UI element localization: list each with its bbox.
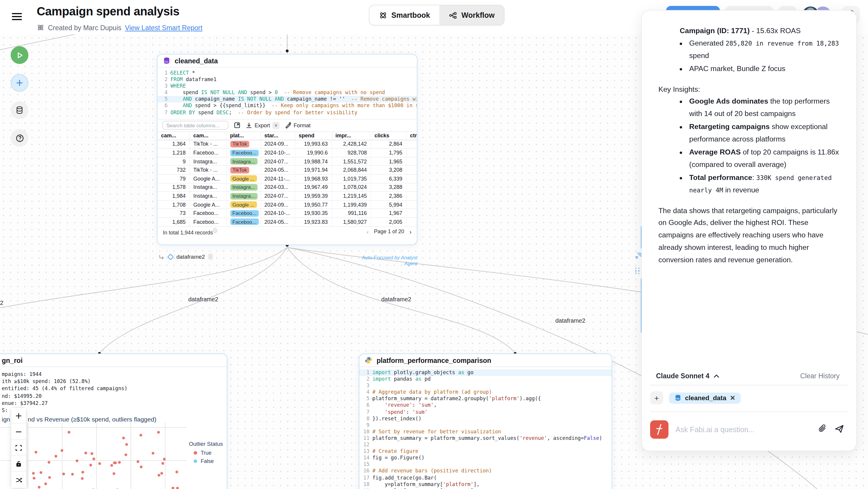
smart-report-link[interactable]: View Latest Smart Report bbox=[125, 24, 203, 31]
fit-view-button[interactable] bbox=[11, 440, 26, 456]
table-row[interactable]: 732TikTok - ...TikTok2024-05...19,971.94… bbox=[157, 166, 417, 174]
hamburger-menu-icon[interactable] bbox=[12, 13, 22, 20]
table-cell: Faceboo... bbox=[226, 218, 260, 226]
table-row[interactable]: 1,578Instagra...Instagra...2024-03...19,… bbox=[157, 183, 417, 191]
run-workflow-button[interactable] bbox=[11, 46, 28, 64]
code-line[interactable]: 6 AND spend > {{spend_limit}} -- Keep on… bbox=[157, 103, 417, 109]
table-cell: 1,708 bbox=[157, 201, 189, 209]
node-campaign-roi[interactable]: gn_roi mpaigns: 1944 ith ≥$10k spend: 10… bbox=[0, 354, 227, 489]
panel-drag-handle[interactable] bbox=[635, 268, 640, 274]
node-platform-performance-comparison[interactable]: platform_performance_comparison 1import … bbox=[359, 354, 612, 489]
code-line[interactable]: 4 spend IS NOT NULL AND spend > 0 -- Rem… bbox=[157, 90, 417, 96]
prev-page-button[interactable]: ‹ bbox=[367, 228, 369, 235]
zoom-out-button[interactable] bbox=[11, 424, 26, 440]
column-header[interactable]: spend bbox=[295, 131, 332, 140]
format-button[interactable]: Format bbox=[285, 122, 311, 128]
attach-file-button[interactable] bbox=[818, 424, 827, 435]
add-context-button[interactable]: + bbox=[650, 391, 663, 404]
result-table[interactable]: cam...cam...plat...star...spendimpr...cl… bbox=[157, 131, 417, 226]
table-row[interactable]: 1,364TikTok - ...TikTok2024-09...19,993.… bbox=[157, 140, 417, 148]
code-line[interactable]: 18 y=platform_summary['platform'], bbox=[360, 481, 612, 488]
table-row[interactable]: 1,984Instagra...Instagra...2024-07...19,… bbox=[157, 191, 417, 200]
code-line[interactable]: 4# Aggregate data by platform (ad group) bbox=[360, 389, 612, 396]
line-number: 5 bbox=[157, 96, 170, 103]
view-tabs: Smartbook Workflow bbox=[369, 5, 505, 26]
code-line[interactable]: 15 bbox=[360, 461, 612, 468]
tab-smartbook[interactable]: Smartbook bbox=[369, 5, 440, 25]
table-row[interactable]: 1,708Google A...Google ...2024-09...19,9… bbox=[157, 201, 417, 209]
tab-workflow[interactable]: Workflow bbox=[440, 5, 504, 25]
zoom-in-button[interactable] bbox=[11, 408, 26, 424]
expand-table-button[interactable] bbox=[234, 122, 240, 128]
legend-item-false[interactable]: False bbox=[189, 458, 223, 464]
model-selector[interactable]: Claude Sonnet 4 bbox=[656, 372, 719, 379]
shuffle-layout-button[interactable] bbox=[11, 472, 26, 488]
search-table-columns-input[interactable] bbox=[162, 121, 228, 130]
column-header[interactable]: star... bbox=[260, 131, 295, 140]
table-cell bbox=[406, 191, 417, 200]
table-cell: 2024-11-... bbox=[260, 174, 295, 183]
roi-node-header[interactable]: gn_roi bbox=[1, 354, 227, 367]
next-page-button[interactable]: › bbox=[409, 228, 411, 235]
code-line[interactable]: 12 bbox=[360, 441, 612, 448]
chat-bullet: Google Ads dominates the top performers … bbox=[688, 96, 840, 120]
code-line[interactable]: 3WHERE bbox=[157, 83, 417, 89]
table-row[interactable]: 79Google A...Google ...2024-11-...19,968… bbox=[157, 174, 417, 183]
export-chevron-icon[interactable]: ∨ bbox=[272, 122, 279, 129]
table-row[interactable]: 1,685Faceboo...Faceboo...2024-05...19,92… bbox=[157, 218, 417, 226]
help-button[interactable] bbox=[11, 129, 28, 147]
lock-canvas-button[interactable] bbox=[11, 456, 26, 472]
send-button[interactable] bbox=[834, 424, 844, 435]
column-header[interactable]: plat... bbox=[226, 131, 260, 140]
table-row[interactable]: 73Faceboo...Faceboo...2024-10-...19,930.… bbox=[157, 209, 417, 218]
code-line[interactable]: 19 x=platform_summary['revenue'], bbox=[360, 488, 612, 489]
code-line[interactable]: 5∨platform_summary = dataframe2.groupby(… bbox=[360, 396, 612, 402]
table-row[interactable]: 9Instagra...Instagra...2024-07...19,988.… bbox=[157, 157, 417, 166]
code-line[interactable]: 13# Create figure bbox=[360, 448, 612, 455]
pin-panel-icon[interactable] bbox=[635, 251, 643, 262]
code-line[interactable]: 9 bbox=[360, 422, 612, 429]
legend-dot-true bbox=[194, 451, 197, 455]
code-line[interactable]: 11platform_summary = platform_summary.so… bbox=[360, 435, 612, 441]
context-chip-cleaned-data[interactable]: SQL cleaned_data ✕ bbox=[669, 392, 741, 403]
chat-question-input[interactable] bbox=[676, 425, 811, 434]
node-cleaned-data[interactable]: SQL cleaned_data 1∨SELECT *2FROM datafra… bbox=[157, 54, 417, 245]
column-header[interactable]: impr... bbox=[332, 131, 371, 140]
code-line[interactable]: 7 'spend': 'sum' bbox=[360, 409, 612, 415]
legend-item-true[interactable]: True bbox=[189, 450, 223, 456]
code-line[interactable]: 1∨SELECT * bbox=[157, 70, 417, 77]
column-header[interactable]: cam... bbox=[189, 131, 226, 140]
chat-message-area[interactable]: Campaign (ID: 1771) - 15.63x ROASGenerat… bbox=[642, 11, 856, 366]
code-line[interactable]: 8}).reset_index() bbox=[360, 415, 612, 422]
clear-history-button[interactable]: Clear History bbox=[800, 372, 840, 379]
remove-context-icon[interactable]: ✕ bbox=[730, 394, 735, 402]
code-line[interactable]: 6 'revenue': 'sum', bbox=[360, 402, 612, 409]
code-line[interactable]: 3 bbox=[360, 383, 612, 389]
column-header[interactable]: clicks bbox=[371, 131, 406, 140]
code-text: 'revenue': 'sum', bbox=[372, 402, 437, 409]
code-line[interactable]: 16# Add revenue bars (positive direction… bbox=[360, 468, 612, 475]
py-node-header[interactable]: platform_performance_comparison bbox=[360, 354, 612, 367]
column-header[interactable]: cam... bbox=[157, 131, 189, 140]
code-line[interactable]: 17fig.add_trace(go.Bar( bbox=[360, 475, 612, 481]
node-output-row[interactable]: dataframe2 ⋮ bbox=[159, 253, 213, 260]
code-line[interactable]: 2FROM dataframe1 bbox=[157, 77, 417, 83]
sql-node-header[interactable]: SQL cleaned_data bbox=[157, 55, 417, 67]
scatter-plot[interactable] bbox=[1, 423, 187, 489]
code-line[interactable]: 1import plotly.graph_objects as go bbox=[360, 369, 612, 376]
column-header[interactable]: ctr bbox=[406, 131, 417, 140]
code-line[interactable]: 2import pandas as pd bbox=[360, 376, 612, 383]
add-node-button[interactable] bbox=[11, 74, 28, 92]
sql-code-editor[interactable]: 1∨SELECT *2FROM dataframe13WHERE4 spend … bbox=[157, 67, 417, 119]
dataframe-menu-handle[interactable]: ⋮ bbox=[208, 253, 213, 260]
table-row[interactable]: 1,218Faceboo...Faceboo...2024-10-...19,9… bbox=[157, 149, 417, 157]
code-line[interactable]: 14fig = go.Figure() bbox=[360, 455, 612, 461]
data-sources-button[interactable] bbox=[11, 101, 28, 119]
info-icon[interactable]: ⓘ bbox=[213, 228, 217, 232]
line-number: 5∨ bbox=[360, 396, 372, 402]
code-line[interactable]: 5 AND campaign_name IS NOT NULL AND camp… bbox=[157, 96, 417, 103]
code-line[interactable]: 7ORDER BY spend DESC; -- Order by spend … bbox=[157, 109, 417, 116]
python-code-editor[interactable]: 1import plotly.graph_objects as go2impor… bbox=[360, 367, 612, 489]
code-line[interactable]: 10# Sort by revenue for better visualiza… bbox=[360, 429, 612, 435]
export-button[interactable]: Export ∨ bbox=[246, 122, 279, 129]
